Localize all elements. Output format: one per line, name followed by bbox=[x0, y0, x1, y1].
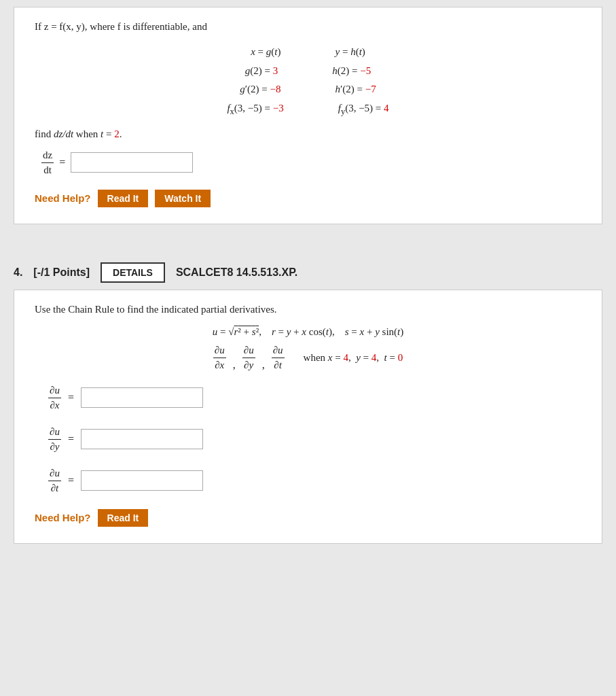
problem3-intro: If z = f(x, y), where f is differentiabl… bbox=[35, 21, 581, 33]
dz-fraction: dz dt bbox=[41, 150, 54, 176]
math-row-2: g(2) = 3 h(2) = −5 bbox=[35, 63, 581, 80]
problem4-header: 4. [-/1 Points] DETAILS SCALCET8 14.5.51… bbox=[0, 253, 616, 290]
ux-answer-input[interactable] bbox=[81, 387, 203, 408]
dz-numerator: dz bbox=[41, 150, 54, 163]
answer-rows-block: ∂u ∂x = ∂u ∂y = ∂u ∂t bbox=[48, 385, 581, 494]
problem4-number: 4. bbox=[14, 266, 22, 279]
given-fx: fx(3, −5) = −3 bbox=[227, 100, 283, 119]
given-x-eq: x = g(t) bbox=[251, 44, 280, 61]
equals-uy: = bbox=[68, 433, 74, 445]
equals-ux: = bbox=[68, 392, 74, 404]
problem4-points: [-/1 Points] bbox=[33, 266, 90, 279]
need-help-row-3: Need Help? Read It Watch It bbox=[35, 190, 581, 207]
math-row-4: fx(3, −5) = −3 fy(3, −5) = 4 bbox=[35, 100, 581, 119]
answer-row-ut: ∂u ∂t = bbox=[48, 468, 581, 494]
given-h2: h(2) = −5 bbox=[332, 63, 371, 80]
ans-fraction-uy: ∂u ∂y bbox=[48, 426, 61, 453]
partial-uy: ∂u ∂y bbox=[242, 345, 255, 371]
partial-ut: ∂u ∂t bbox=[272, 345, 285, 371]
find-text: find dz/dt when t = 2. bbox=[35, 128, 581, 140]
partial-line: ∂u ∂x , ∂u ∂y , ∂u ∂t when x = 4, y = 4,… bbox=[35, 345, 581, 371]
given-g2: g(2) = 3 bbox=[245, 63, 278, 80]
comma2: , bbox=[262, 359, 265, 371]
partial-ux: ∂u ∂x bbox=[213, 345, 226, 371]
given-fy: fy(3, −5) = 4 bbox=[338, 100, 389, 119]
read-it-button-3[interactable]: Read It bbox=[98, 190, 149, 207]
ut-answer-input[interactable] bbox=[81, 470, 203, 491]
given-hprime: h′(2) = −7 bbox=[336, 81, 376, 99]
comma1: , bbox=[233, 359, 236, 371]
dz-denominator: dt bbox=[42, 163, 53, 176]
when-text: when x = 4, y = 4, t = 0 bbox=[304, 352, 403, 364]
equals-sign: = bbox=[59, 156, 65, 169]
answer-row-dz: dz dt = bbox=[41, 150, 581, 176]
need-help-label-4: Need Help? bbox=[35, 512, 91, 523]
given-y-eq: y = h(t) bbox=[336, 44, 365, 61]
need-help-row-4: Need Help? Read It bbox=[35, 509, 581, 527]
page-container: If z = f(x, y), where f is differentiabl… bbox=[0, 7, 616, 544]
divider bbox=[0, 231, 616, 242]
given-gprime: g′(2) = −8 bbox=[240, 81, 280, 99]
divider2 bbox=[0, 242, 616, 253]
details-button[interactable]: DETAILS bbox=[101, 262, 165, 283]
problem4-box: Use the Chain Rule to find the indicated… bbox=[14, 290, 602, 544]
dz-answer-input[interactable] bbox=[71, 152, 193, 173]
uy-answer-input[interactable] bbox=[81, 429, 203, 449]
math-row-1: x = g(t) y = h(t) bbox=[35, 44, 581, 61]
partial-expressions: ∂u ∂x , ∂u ∂y , ∂u ∂t bbox=[213, 345, 285, 371]
equals-ut: = bbox=[68, 474, 74, 487]
problem4-intro: Use the Chain Rule to find the indicated… bbox=[35, 304, 581, 315]
ans-fraction-ux: ∂u ∂x bbox=[48, 385, 61, 411]
problem3-box: If z = f(x, y), where f is differentiabl… bbox=[14, 7, 602, 224]
answer-row-ux: ∂u ∂x = bbox=[48, 385, 581, 411]
math-block: x = g(t) y = h(t) g(2) = 3 h(2) = −5 g′(… bbox=[35, 44, 581, 119]
ans-fraction-ut: ∂u ∂t bbox=[48, 468, 61, 494]
need-help-label-3: Need Help? bbox=[35, 192, 91, 204]
watch-it-button-3[interactable]: Watch It bbox=[155, 190, 211, 207]
read-it-button-4[interactable]: Read It bbox=[98, 509, 149, 527]
math-row-3: g′(2) = −8 h′(2) = −7 bbox=[35, 81, 581, 99]
problem4-equation: u = √r² + s², r = y + x cos(t), s = x + … bbox=[35, 326, 581, 338]
answer-row-uy: ∂u ∂y = bbox=[48, 426, 581, 453]
problem4-id: SCALCET8 14.5.513.XP. bbox=[176, 266, 297, 279]
